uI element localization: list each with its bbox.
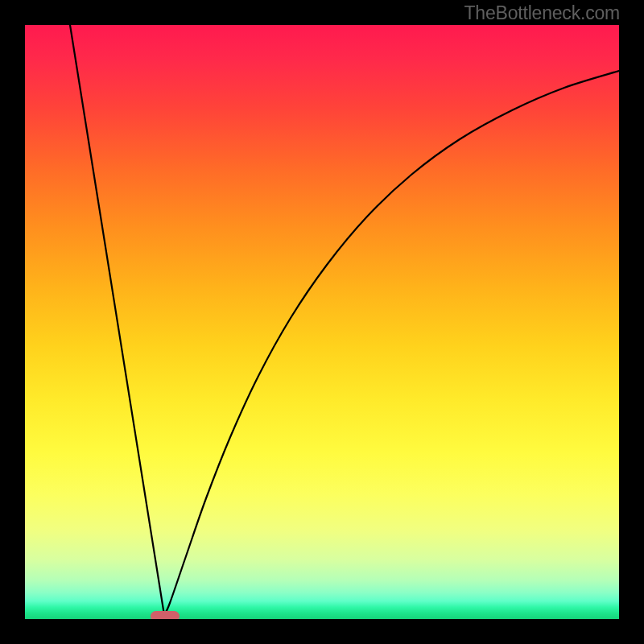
chart-frame: TheBottleneck.com	[0, 0, 644, 644]
bottleneck-curve	[25, 25, 619, 619]
plot-area	[25, 25, 619, 619]
bottleneck-marker	[151, 611, 180, 619]
watermark-text: TheBottleneck.com	[464, 2, 620, 24]
